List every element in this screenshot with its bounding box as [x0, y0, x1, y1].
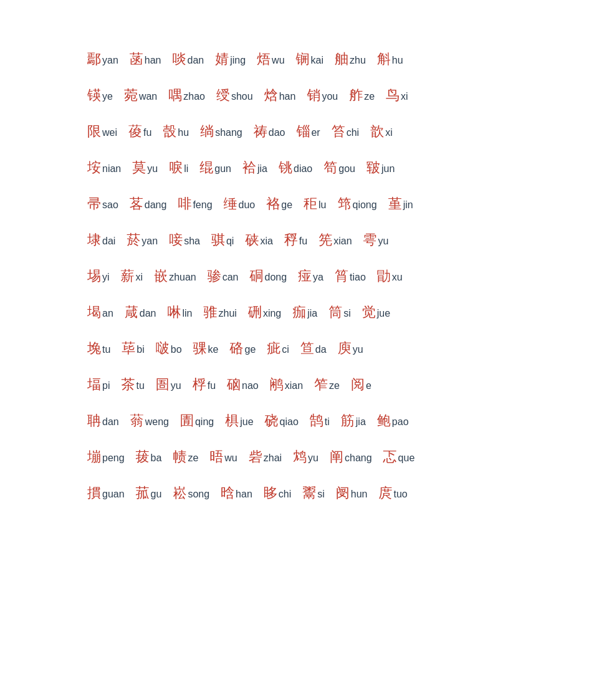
- pinyin-romanization: er: [311, 127, 320, 138]
- pinyin-romanization: qi: [226, 236, 234, 247]
- pinyin-romanization: yu: [353, 344, 363, 355]
- character-row: 堨an葴dan啉lin骓zhui硎xing痂jia筒si觉jue: [87, 303, 502, 322]
- pinyin-romanization: tu: [102, 344, 110, 355]
- hanzi-character: 筲: [335, 267, 348, 285]
- character-entry: 骒ke: [193, 339, 219, 358]
- character-entry: 鬻si: [302, 484, 325, 502]
- pinyin-romanization: weng: [145, 416, 169, 428]
- hanzi-character: 铫: [279, 158, 292, 177]
- hanzi-character: 锎: [296, 50, 310, 69]
- hanzi-character: 舳: [335, 50, 348, 69]
- hanzi-character: 阌: [336, 484, 350, 502]
- character-entry: 斛hu: [377, 50, 403, 69]
- pinyin-romanization: hu: [392, 55, 403, 66]
- hanzi-character: 埸: [87, 267, 101, 285]
- hanzi-character: 椇: [225, 411, 239, 430]
- pinyin-romanization: gu: [151, 489, 162, 500]
- pinyin-romanization: si: [317, 489, 325, 500]
- hanzi-character: 塴: [87, 448, 101, 466]
- pinyin-romanization: bi: [136, 344, 144, 355]
- character-entry: 硌ge: [230, 339, 256, 358]
- character-entry: 笪da: [300, 339, 327, 358]
- character-entry: 砦zhai: [249, 448, 282, 466]
- pinyin-romanization: xian: [333, 236, 352, 247]
- hanzi-character: 茖: [130, 194, 143, 213]
- pinyin-romanization: hun: [351, 489, 368, 500]
- pinyin-romanization: que: [398, 453, 415, 464]
- hanzi-character: 笱: [323, 158, 337, 177]
- pinyin-romanization: da: [315, 344, 327, 355]
- pinyin-romanization: ke: [208, 344, 219, 355]
- hanzi-character: 啡: [178, 194, 191, 213]
- pinyin-romanization: sao: [102, 199, 118, 211]
- hanzi-character: 秬: [304, 194, 317, 213]
- character-entry: 骓zhui: [204, 303, 237, 322]
- character-entry: 塴peng: [87, 448, 125, 466]
- character-entry: 崧song: [173, 484, 209, 502]
- hanzi-character: 疵: [267, 339, 280, 358]
- hanzi-character: 啵: [156, 339, 170, 358]
- pinyin-romanization: wan: [139, 91, 157, 102]
- character-entry: 舳zhu: [335, 50, 366, 69]
- hanzi-character: 莫: [132, 158, 146, 177]
- hanzi-character: 忑: [383, 448, 397, 466]
- pinyin-romanization: xi: [385, 127, 393, 138]
- hanzi-character: 婧: [215, 50, 229, 69]
- hanzi-character: 帻: [173, 448, 186, 466]
- hanzi-character: 鹄: [310, 411, 323, 430]
- hanzi-character: 圄: [156, 375, 170, 394]
- character-entry: 莫yu: [132, 158, 158, 177]
- hanzi-character: 茶: [121, 375, 135, 394]
- character-entry: 阅e: [351, 375, 371, 394]
- pinyin-romanization: han: [236, 489, 252, 500]
- hanzi-character: 骖: [208, 267, 221, 285]
- character-entry: 埭dai: [87, 231, 115, 249]
- pinyin-romanization: xian: [285, 380, 303, 391]
- pinyin-romanization: jia: [307, 308, 317, 319]
- pinyin-romanization: lu: [318, 199, 326, 211]
- pinyin-romanization: yi: [102, 272, 110, 283]
- character-entry: 菰gu: [136, 484, 162, 502]
- hanzi-character: 袷: [242, 158, 256, 177]
- character-entry: 嗀hu: [163, 122, 189, 141]
- character-entry: 堇jin: [388, 194, 413, 213]
- hanzi-character: 锱: [296, 122, 310, 141]
- pinyin-romanization: yu: [308, 453, 318, 464]
- hanzi-character: 雩: [363, 231, 377, 249]
- character-entry: 嵌zhuan: [154, 267, 196, 285]
- hanzi-character: 锳: [87, 86, 101, 105]
- character-entry: 筲tiao: [335, 267, 366, 285]
- hanzi-character: 蓊: [130, 411, 144, 430]
- character-row: 鄢yan菡han啖dan婧jing焐wu锎kai舳zhu斛hu: [87, 50, 502, 69]
- character-entry: 焓han: [264, 86, 296, 105]
- character-entry: 骖can: [208, 267, 239, 285]
- pinyin-romanization: pi: [102, 380, 110, 391]
- character-entry: 勖xu: [377, 267, 403, 285]
- character-entry: 啵bo: [156, 339, 182, 358]
- pinyin-romanization: ze: [188, 453, 198, 464]
- character-entry: 鹄ti: [310, 411, 330, 430]
- character-entry: 菡han: [130, 50, 161, 69]
- character-entry: 啡feng: [178, 194, 212, 213]
- hanzi-character: 帚: [87, 194, 101, 213]
- pinyin-romanization: chang: [345, 453, 372, 464]
- character-entry: 菀wan: [124, 86, 157, 105]
- character-entry: 祷dao: [254, 122, 285, 141]
- hanzi-character: 骓: [204, 303, 218, 322]
- character-entry: 绲gun: [199, 158, 231, 177]
- hanzi-character: 堇: [388, 194, 402, 213]
- character-entry: 埸yi: [87, 267, 110, 285]
- hanzi-character: 菰: [136, 484, 150, 502]
- pinyin-romanization: gun: [214, 163, 231, 175]
- hanzi-character: 硗: [265, 411, 279, 430]
- hanzi-character: 绶: [216, 86, 230, 105]
- character-row: 埭dai菸yan唼sha骐qi硖xia稃fu筅xian雩yu: [87, 231, 502, 249]
- pinyin-romanization: jia: [257, 163, 267, 175]
- pinyin-romanization: duo: [239, 199, 256, 211]
- character-row: 埸yi薪xi嵌zhuan骖can硐dong痖ya筲tiao勖xu: [87, 267, 502, 285]
- hanzi-character: 笮: [314, 375, 328, 394]
- hanzi-character: 绱: [200, 122, 214, 141]
- character-entry: 歆xi: [370, 122, 393, 141]
- character-entry: 眵chi: [264, 484, 291, 502]
- character-entry: 堨an: [87, 303, 113, 322]
